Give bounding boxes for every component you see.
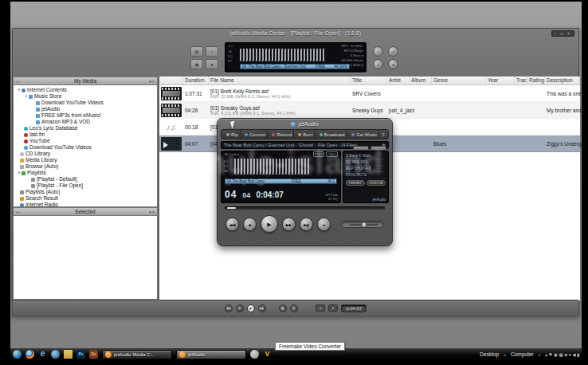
tree-item-free-mp3[interactable]: FREE MP3s from eMusic! [14,112,157,119]
eject-button[interactable]: ● [317,218,331,231]
playlist-button[interactable]: ♫ [373,59,383,69]
tree-item-amazon-mp3[interactable]: Amazon MP3 & VOD [14,119,157,125]
seek-back-button[interactable]: ◂ [316,304,325,312]
tree-item-browse-auto[interactable]: Browse (Auto) [14,163,157,170]
mode-button[interactable]: ◇ [388,46,398,57]
effect-row[interactable]: EQ BBE SFX [346,159,386,166]
panel-close-icon[interactable]: ▾ × [149,77,155,85]
panel-tab[interactable] [353,146,369,151]
skip-button[interactable]: ▶▮ [300,218,313,231]
stop-button[interactable]: ■ [243,218,257,231]
chevron-icon[interactable]: » [539,352,541,357]
power-button[interactable]: ○ [373,46,383,57]
prev-button[interactable]: ◀◀ [225,218,239,231]
prev-button[interactable]: ◀◀ [225,304,233,312]
stop-button[interactable]: ■ [236,304,244,312]
preset-button[interactable]: PRESET [346,180,365,186]
col-file-name[interactable]: File Name [209,77,351,84]
taskbar-button-jetaudio-media-center[interactable]: jetAudio Media C... [102,350,172,359]
photoshop-icon[interactable]: Ps [76,350,85,359]
disc-button[interactable]: ● [206,59,218,69]
settings-button[interactable]: ● [388,59,398,69]
library-button[interactable]: ▤ [190,46,203,57]
music-button[interactable]: ♪ [206,46,218,57]
tree-item-cd-library[interactable]: CD Library [14,151,157,157]
volume-knob[interactable] [361,222,367,228]
table-row[interactable]: 1:07:31 [01] Brett Kelly Remix.asfASF, 3… [159,85,580,102]
taskbar-button-jetaudio[interactable]: jetAudio [176,350,246,359]
custom-button[interactable]: CUSTOM [367,180,386,186]
effect-row[interactable]: REP SHUF A-B [346,166,386,172]
effect-row[interactable]: FADE MUTE [346,172,386,179]
tree-item-download-youtube-2[interactable]: Download YouTube Videos [14,144,157,151]
next-button[interactable]: ▶▶ [282,218,296,231]
play-button[interactable]: ▶ [261,215,278,233]
col-duration[interactable]: Duration [183,77,209,84]
effect-row[interactable]: X-Bass X-Wide [346,153,386,159]
edit-button[interactable]: ◆ [190,59,203,69]
computer-toolbar[interactable]: Computer [511,351,534,357]
panel-tab[interactable] [370,146,386,151]
thunderbird-icon[interactable] [51,350,60,359]
panel-add-icon[interactable]: + − [16,208,22,216]
start-button[interactable] [13,350,22,359]
tree-item-media-library[interactable]: Media Library [14,157,157,163]
tree-item-playlists-auto[interactable]: Playlists (Auto) [14,189,157,195]
repeat-button[interactable]: ▣ [279,304,287,312]
jetaudio-player-window[interactable]: jetAudio Rip Convert Record Burn Broadca… [217,118,393,246]
tree-item-jetaudio[interactable]: jetAudio [14,106,157,112]
system-tray-icons[interactable]: ▴ ⚑ ◉ ▦ ◈ ♦ ◀ ▮ [545,352,579,357]
tree-item-playlist-default[interactable]: [Playlist - Default] [14,176,157,182]
spectrum-analyzer [234,159,311,175]
next-button[interactable]: ▶▶ [258,304,266,312]
col-thumb[interactable] [159,77,183,84]
panel-add-icon[interactable]: + − [16,77,22,85]
get-music-button[interactable]: Get Music [350,130,379,139]
panel-close-icon[interactable]: ▾ × [149,208,155,216]
tree-item-youtube[interactable]: YouTube [14,138,157,144]
desktop-toolbar[interactable]: Desktop [480,351,499,357]
col-description[interactable]: Description [545,77,580,84]
broadcast-button[interactable]: Broadcast [318,130,347,139]
explorer-icon[interactable] [64,350,73,359]
col-year[interactable]: Year [486,77,515,84]
seek-bar[interactable] [225,206,385,210]
col-album[interactable]: Album [410,77,432,84]
burn-button[interactable]: Burn [296,130,315,139]
window-controls[interactable]: – □ × [551,30,575,37]
record-button[interactable]: Record [270,130,294,139]
col-genre[interactable]: Genre [432,77,486,84]
col-rating[interactable]: Rating [527,77,545,84]
seek-position[interactable] [227,207,236,209]
volume-slider[interactable] [341,221,384,228]
device-central-icon[interactable]: Dc [89,350,98,359]
app-icon[interactable] [250,350,259,359]
tree-item-playlists[interactable]: ▾Playlists [14,170,157,176]
selected-header[interactable]: + − Selected ▾ × [13,207,158,216]
tree-item-playlist-file-open[interactable]: [Playlist - File Open] [14,182,157,189]
v-app-icon[interactable]: V [263,350,272,359]
tree-item-download-youtube[interactable]: Download YouTube Videos [14,100,157,106]
firefox-icon[interactable] [25,350,34,359]
lastfm-icon [24,133,28,137]
play-button[interactable]: ▶ [247,304,255,312]
seek-forward-button[interactable]: ▸ [328,304,338,312]
chevron-icon[interactable]: » [504,352,506,357]
tree-item-music-store[interactable]: ▾Music Store [14,93,157,100]
player-titlebar[interactable]: jetAudio [218,119,392,129]
tree-item-lastfm[interactable]: last.fm [14,131,157,138]
shuffle-button[interactable]: ◈ [290,304,298,312]
toolbar-menu-icon[interactable]: ≡ [382,132,385,137]
tree-item-search-result[interactable]: Search Result [14,195,157,202]
col-artist[interactable]: Artist [387,77,410,84]
convert-button[interactable]: Convert [243,130,268,139]
col-title[interactable]: Title [351,77,387,84]
tree-item-internet-contents[interactable]: ▾Internet Contents [14,87,157,93]
col-track[interactable]: Track [515,77,527,84]
tree-item-internet-radio[interactable]: Internet Radio [14,202,157,207]
table-row[interactable]: 04:26 [01] Sneaky Guys.asfASF, 4,211 KB … [159,102,580,119]
ie-icon[interactable]: e [38,350,47,359]
rip-button[interactable]: Rip [225,130,241,139]
tree-item-lyric-database[interactable]: Leo's Lyric Database [14,125,157,131]
my-media-header[interactable]: + − My Media ▾ × [13,77,158,85]
